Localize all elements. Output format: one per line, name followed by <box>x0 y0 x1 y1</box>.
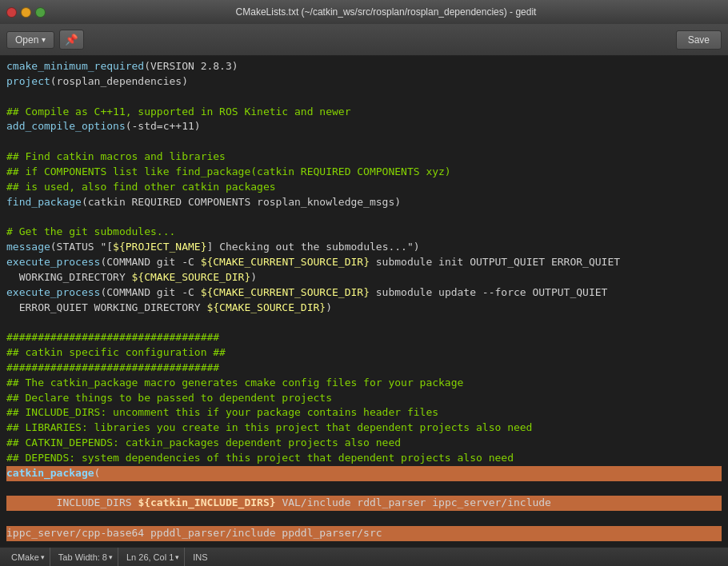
position-indicator: Ln 26, Col 1 ▾ <box>122 548 185 566</box>
tab-width-indicator[interactable]: Tab Width: 8 ▾ <box>54 548 118 566</box>
open-arrow-icon: ▾ <box>42 35 46 44</box>
editor-area[interactable]: cmake_minimum_required(VERSION 2.8.3) pr… <box>0 56 728 547</box>
close-button[interactable] <box>6 7 17 18</box>
open-button[interactable]: Open ▾ <box>6 31 54 49</box>
toolbar: Open ▾ 📌 Save <box>0 24 728 56</box>
pin-icon: 📌 <box>65 34 78 46</box>
open-label: Open <box>15 34 38 46</box>
tab-width-label: Tab Width: 8 <box>58 552 107 562</box>
insert-mode-label: INS <box>193 552 207 562</box>
pin-button[interactable]: 📌 <box>59 30 84 50</box>
mode-label: CMake <box>11 552 39 562</box>
tab-width-arrow-icon: ▾ <box>109 553 113 561</box>
statusbar: CMake ▾ Tab Width: 8 ▾ Ln 26, Col 1 ▾ IN… <box>0 547 728 566</box>
mode-indicator[interactable]: CMake ▾ <box>6 548 50 566</box>
minimize-button[interactable] <box>21 7 31 18</box>
maximize-button[interactable] <box>35 7 46 18</box>
mode-arrow-icon: ▾ <box>41 553 45 561</box>
save-button[interactable]: Save <box>676 30 722 50</box>
position-label: Ln 26, Col 1 <box>126 552 174 562</box>
window-title: CMakeLists.txt (~/catkin_ws/src/rosplan/… <box>50 6 722 18</box>
window-controls <box>6 7 46 18</box>
position-arrow-icon: ▾ <box>175 553 179 561</box>
titlebar: CMakeLists.txt (~/catkin_ws/src/rosplan/… <box>0 0 728 24</box>
editor-content: cmake_minimum_required(VERSION 2.8.3) pr… <box>0 59 728 547</box>
insert-mode-indicator: INS <box>188 548 212 566</box>
